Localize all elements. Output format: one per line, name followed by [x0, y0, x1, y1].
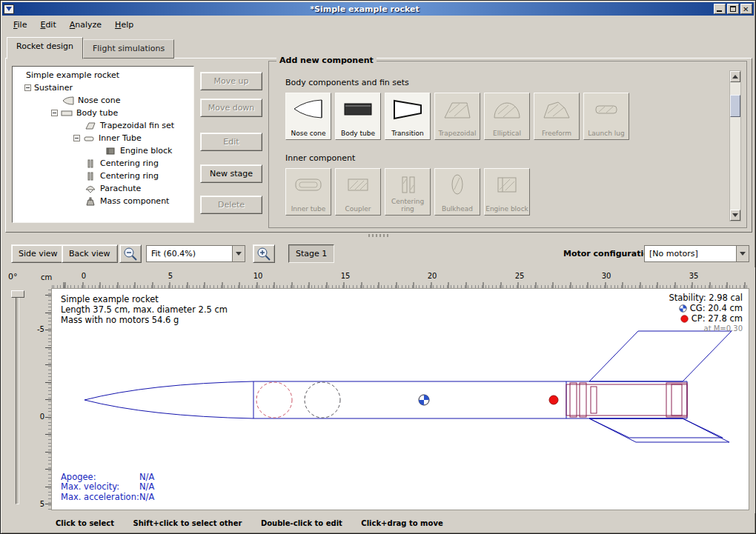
menu-analyze[interactable]: Analyze [63, 18, 108, 32]
rotation-slider-handle[interactable] [11, 290, 24, 298]
inner-component-label: Inner component [285, 153, 355, 163]
chevron-down-icon[interactable] [736, 246, 749, 261]
collapse-icon[interactable] [24, 84, 31, 91]
add-coupler-button[interactable]: Coupler [335, 168, 381, 216]
collapse-icon[interactable] [73, 135, 80, 141]
zoom-out-button[interactable] [119, 244, 142, 263]
rocket-info: Simple example rocket Length 37.5 cm, ma… [61, 294, 228, 325]
close-button[interactable]: ✕ [740, 4, 752, 14]
back-view-button[interactable]: Back view [62, 244, 118, 263]
tree-item-fin-set[interactable]: Trapezoidal fin set [13, 119, 193, 132]
ruler-tick-label: 5 [31, 500, 44, 508]
new-stage-button[interactable]: New stage [200, 164, 262, 183]
tree-item-mass-component[interactable]: Mass component [13, 195, 193, 207]
engine-block-icon [489, 172, 525, 197]
elliptical-fin-icon [489, 96, 525, 121]
menu-help[interactable]: Help [108, 18, 140, 32]
move-down-button[interactable]: Move down [200, 99, 262, 117]
collapse-icon[interactable] [51, 110, 58, 116]
application-window: *Simple example rocket ✕ File Edit Analy… [0, 0, 756, 534]
tree-item-centering-ring-1[interactable]: Centering ring [13, 157, 193, 170]
apogee-value: N/A [139, 472, 154, 482]
add-inner-tube-button[interactable]: Inner tube [285, 168, 331, 216]
add-component-scrollbar[interactable] [729, 70, 741, 221]
rotation-slider[interactable] [16, 291, 19, 504]
tree-item-rocket[interactable]: Simple example rocket [13, 69, 193, 81]
transition-icon [390, 96, 425, 121]
tree-item-label: Engine block [120, 146, 172, 156]
fin-set-icon [84, 121, 96, 130]
menu-file[interactable]: File [7, 18, 33, 32]
stage-1-toggle[interactable]: Stage 1 [288, 244, 334, 263]
parachute-outline[interactable] [256, 382, 292, 418]
add-freeform-fin-button[interactable]: Freeform [534, 93, 580, 140]
body-components-label: Body components and fin sets [285, 78, 409, 87]
tree-item-engine-block[interactable]: Engine block [13, 144, 193, 157]
mass-component-outline[interactable] [305, 382, 340, 418]
add-body-tube-button[interactable]: Body tube [335, 93, 381, 140]
minimize-button[interactable] [714, 4, 726, 14]
tree-item-parachute[interactable]: Parachute [13, 182, 193, 195]
tree-item-body-tube[interactable]: Body tube [13, 107, 193, 119]
scroll-down-icon[interactable] [730, 210, 740, 221]
rocket-canvas[interactable]: Simple example rocket Length 37.5 cm, ma… [51, 288, 749, 510]
motor-mount-assembly[interactable] [566, 383, 687, 417]
add-trapezoidal-fin-button[interactable]: Trapezoidal [434, 93, 480, 140]
tree-item-label: Body tube [76, 108, 118, 118]
cg-icon [679, 304, 687, 313]
tree-item-label: Trapezoidal fin set [100, 121, 174, 130]
centering-ring-icon [84, 159, 96, 168]
rocket-dimensions: Length 37.5 cm, max. diameter 2.5 cm [61, 304, 228, 315]
mass-component-icon [84, 197, 96, 206]
launch-lug-icon [588, 96, 624, 121]
hint-double-click: Double-click to edit [261, 519, 342, 527]
add-engine-block-button[interactable]: Engine block [484, 168, 530, 216]
tree-item-inner-tube[interactable]: Inner Tube [13, 132, 193, 144]
tree-item-label: Sustainer [34, 83, 73, 93]
zoom-select[interactable]: Fit (60.4%) [146, 245, 245, 262]
inner-tube-icon [291, 172, 326, 197]
zoom-in-icon [253, 245, 274, 262]
side-view-button[interactable]: Side view [11, 244, 65, 263]
horizontal-ruler: cm 0 5 10 15 20 25 30 35 [36, 270, 749, 288]
cg-marker[interactable] [419, 395, 429, 405]
flight-data: Apogee:N/A Max. velocity:N/A Max. accele… [61, 473, 154, 503]
ruler-tick-label: -5 [31, 325, 44, 333]
component-tree[interactable]: Simple example rocket Sustainer Nose con… [12, 66, 194, 223]
cp-icon [680, 315, 689, 323]
chevron-down-icon[interactable] [232, 246, 245, 261]
scroll-up-icon[interactable] [730, 71, 740, 82]
edit-button[interactable]: Edit [200, 133, 262, 151]
menu-edit[interactable]: Edit [33, 18, 62, 32]
tree-item-nose-cone[interactable]: Nose cone [13, 94, 193, 107]
body-tube-icon [340, 96, 376, 121]
hint-shift-click: Shift+click to select other [133, 519, 242, 527]
tab-rocket-design[interactable]: Rocket design [7, 37, 83, 59]
motor-configuration-select[interactable]: [No motors] [644, 245, 749, 262]
add-centering-ring-button[interactable]: Centering ring [385, 168, 431, 216]
add-bulkhead-button[interactable]: Bulkhead [434, 168, 480, 216]
splitter-handle[interactable] [368, 234, 391, 237]
maximize-button[interactable] [727, 4, 739, 14]
tab-bar: Rocket design Flight simulations [7, 35, 174, 59]
ruler-tick-label: 0 [31, 413, 44, 421]
scrollbar-thumb[interactable] [730, 95, 740, 117]
add-elliptical-fin-button[interactable]: Elliptical [484, 93, 530, 140]
move-up-button[interactable]: Move up [200, 72, 262, 90]
add-launch-lug-button[interactable]: Launch lug [583, 93, 629, 140]
add-transition-button[interactable]: Transition [385, 93, 431, 140]
add-nose-cone-button[interactable]: Nose cone [285, 93, 331, 140]
mach-value: at M=0.30 [704, 324, 743, 334]
delete-button[interactable]: Delete [200, 196, 262, 214]
cp-marker[interactable] [549, 396, 558, 404]
bulkhead-icon [440, 172, 475, 197]
ruler-tick-label: 15 [336, 272, 354, 280]
nose-cone-icon [62, 96, 74, 105]
tree-item-centering-ring-2[interactable]: Centering ring [13, 170, 193, 182]
app-icon[interactable] [4, 4, 14, 14]
zoom-in-button[interactable] [253, 244, 275, 263]
cp-value: CP: 27.8 cm [692, 313, 743, 324]
tab-flight-simulations[interactable]: Flight simulations [83, 39, 174, 59]
title-bar[interactable]: *Simple example rocket ✕ [2, 2, 754, 16]
tree-item-sustainer[interactable]: Sustainer [13, 81, 193, 94]
